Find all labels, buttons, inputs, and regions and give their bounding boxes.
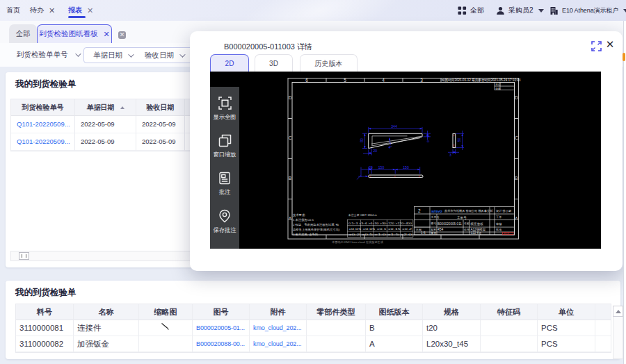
drawing-no-link[interactable]: B000020005-01... [193,320,250,336]
column-header[interactable]: 附件 [250,304,307,320]
svg-text:20: 20 [369,165,373,169]
svg-text:50: 50 [457,138,461,142]
close-all-tabs-icon[interactable]: ✕ [118,31,126,39]
svg-text:±0.2 ±0.5 ±1.0 ±1.5 ±2.0: ±0.2 ±0.5 ±1.0 ±1.5 ±2.0 [348,233,412,236]
building-icon [549,6,559,15]
svg-text:454: 454 [438,227,444,231]
filter-accept-date-label: 验收日期 [145,51,174,60]
user-menu[interactable]: 采购员2 [496,0,544,21]
fullscreen-icon[interactable] [591,41,602,51]
column-header[interactable]: 验收日期 [136,99,185,116]
attachment-link[interactable]: kmo_cloud_202... [250,336,307,352]
filter-doc-date-label: 单据日期 [93,51,122,60]
workspace-tab-dashboard-label: 到货检验图纸看板 [39,29,97,39]
svg-text:2: 2 [418,208,421,213]
scrollbar-thumb[interactable] [19,252,29,260]
svg-text:3.氧化发黑, 去毛刺.: 3.氧化发黑, 去毛刺. [293,232,319,236]
workspace-tab-all-label: 全部 [16,29,31,39]
svg-text:B000020005-011: B000020005-011 [438,222,462,226]
attachment-link[interactable]: kmo_cloud_202... [250,320,307,336]
column-header-label: 单据日期 [87,104,115,111]
svg-text:8: 8 [426,140,430,142]
svg-text:处理: 处理 [464,228,470,231]
svg-text:150: 150 [403,165,409,169]
accept-date-cell: 2022-05-09 [136,116,185,133]
panel-my-inspection-details: 我的到货检验单 料号 名称 缩略图 图号 附件 零部件类型 图纸版本 规格 特征… [6,281,620,359]
all-apps-label: 全部 [470,6,484,15]
drawing-no-link[interactable]: B000020088-00... [193,336,250,352]
grid-icon [458,6,467,15]
order-no-link[interactable]: Q101-20220509... [11,116,75,133]
spec-cell: t20 [423,320,481,336]
column-header[interactable]: 单位 [538,304,595,320]
svg-text:苏州市兴维模具 有限公司 模具事业部: 苏州市兴维模具 有限公司 模具事业部 [444,209,492,213]
svg-text:名称: 名称 [464,222,470,225]
tool-annotate[interactable]: 批注 [210,172,239,197]
tool-label: 显示全图 [213,113,236,122]
drawing-frame [288,78,519,240]
tab-3d[interactable]: 3D [255,54,293,72]
order-no-link[interactable]: Q101-20220509... [11,133,75,151]
tool-label: 窗口缩放 [213,151,236,159]
name-cell: 加强钣金 [74,336,139,352]
table-header-row: 料号 名称 缩略图 图号 附件 零部件类型 图纸版本 规格 特征码 单位 [16,304,611,320]
column-header-filler [595,304,611,320]
vertical-scrollbar[interactable] [613,317,623,359]
bottom-dim-texts: 20 150 150 [369,165,409,169]
tab-history[interactable]: 历史版本 [300,54,358,72]
dialog-title: B000020005-011003 详情 [224,42,312,52]
column-header[interactable]: 料号 [16,304,74,320]
svg-text:模座垫板: 模座垫板 [470,222,484,226]
column-header[interactable]: 图号 [193,304,250,320]
column-header[interactable]: 名称 [74,304,139,320]
dialog-close-button[interactable]: ✕ [604,38,616,51]
table-row[interactable]: 3110000081 连接件 B000020005-01... kmo_clou… [16,320,611,336]
tool-save-annotation[interactable]: 保存批注 [210,209,239,235]
column-header[interactable]: 规格 [423,304,481,320]
column-header[interactable]: 缩略图 [139,304,193,320]
close-icon[interactable]: ✕ [103,30,109,39]
panel-title: 我的到货检验单 [15,78,77,90]
name-cell: 连接件 [74,320,139,336]
scroll-up-button[interactable] [613,306,623,317]
zone-labels: 6 5 4 3 D D C C B B A A [289,78,519,221]
thumbnail-cell[interactable] [139,336,193,352]
doc-date-cell: 2022-05-09 [75,133,136,151]
column-header[interactable]: 零部件类型 [307,304,366,320]
tool-fit-view[interactable]: 显示全图 [210,97,239,122]
filter-doc-date[interactable]: 单据日期 [84,51,138,60]
filter-order-no[interactable]: 到货检验单单号 [17,43,79,67]
drawing-version-cell: A [366,336,423,352]
sort-asc-icon[interactable] [120,106,125,109]
filter-accept-date[interactable]: 验收日期 [138,51,190,60]
column-header[interactable]: 到货检验单号 [11,99,75,116]
thumbnail-sketch-icon [161,322,170,331]
bottom-view [369,175,423,178]
cad-viewer[interactable]: 6 5 4 3 D D C C B B A A 绘图时间2021-01-12 最… [210,72,601,249]
svg-text:5: 5 [344,78,346,83]
part-no-cell: 3110000082 [16,336,74,352]
column-header-label: 到货检验单号 [22,104,64,111]
page-scrollbar[interactable] [623,21,626,364]
column-header[interactable]: 特征码 [481,304,538,320]
svg-text:4: 4 [382,78,385,83]
all-apps-button[interactable]: 全部 [458,0,484,21]
tenant-menu[interactable]: E10 Athena演示租户 [549,0,626,21]
bottom-dim-arrows [366,169,420,177]
column-header[interactable]: 单据日期 [75,99,136,116]
inspection-details-table: 料号 名称 缩略图 图号 附件 零部件类型 图纸版本 规格 特征码 单位 311… [15,304,611,353]
doc-date-cell: 2022-05-09 [75,116,136,133]
thumbnail-cell[interactable] [139,320,193,336]
drawing-detail-dialog: B000020005-011003 详情 ✕ 2D 3D 历史版本 6 5 [190,31,623,271]
cad-toolbar: 显示全图 窗口缩放 批 [210,87,239,249]
svg-text:1.未注倒角C0.5: 1.未注倒角C0.5 [293,218,314,222]
title-block-text: 2 sinvo 苏州市兴维模具 有限公司 模具事业部 工单号 工单号 图号 B0… [416,208,511,235]
workspace-tab-all[interactable]: 全部 [9,24,37,43]
unit-cell: PCS [538,320,595,336]
tab-2d[interactable]: 2D [210,54,249,72]
workspace-tab-dashboard[interactable]: 到货检验图纸看板 ✕ [37,24,112,43]
column-header[interactable]: 图纸版本 [366,304,423,320]
tolerance-rows: 0.5~3 >3~6 >6~30 >30~120 >120~400 ±0.05 … [348,222,412,237]
tool-window-zoom[interactable]: 窗口缩放 [210,134,239,159]
table-row[interactable]: 3110000082 加强钣金 B000020088-00... kmo_clo… [16,336,611,352]
